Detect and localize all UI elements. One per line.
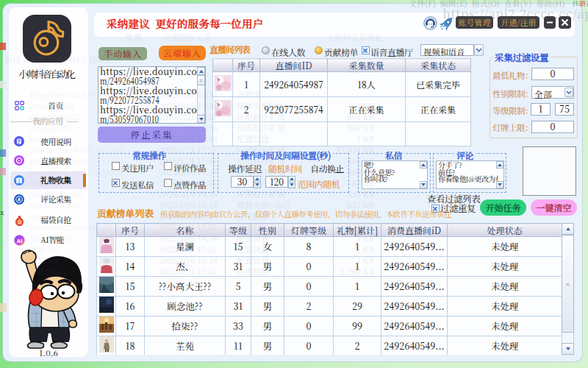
svg-text:AI: AI [17, 238, 23, 244]
svg-text:金: 金 [17, 218, 22, 225]
